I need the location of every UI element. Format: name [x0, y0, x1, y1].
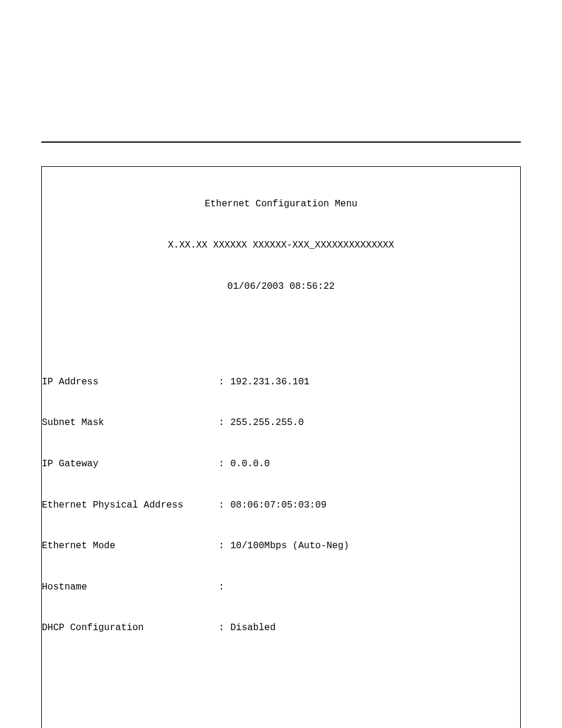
- field-value: Disabled: [230, 621, 520, 635]
- field-row: Ethernet Physical Address: 08:06:07:05:0…: [42, 499, 520, 512]
- terminal-output: Ethernet Configuration Menu X.XX.XX XXXX…: [41, 166, 521, 728]
- field-row: Subnet Mask: 255.255.255.0: [42, 416, 520, 430]
- terminal-title: Ethernet Configuration Menu: [42, 197, 520, 211]
- field-row: DHCP Configuration: Disabled: [42, 621, 520, 635]
- field-label: Hostname: [42, 581, 219, 594]
- field-sep: :: [219, 581, 230, 594]
- field-label: IP Gateway: [42, 457, 219, 471]
- field-sep: :: [219, 416, 230, 430]
- field-label: Subnet Mask: [42, 416, 219, 430]
- field-value: 08:06:07:05:03:09: [230, 499, 520, 512]
- field-sep: :: [219, 539, 230, 553]
- terminal-blank: [42, 321, 520, 334]
- field-label: DHCP Configuration: [42, 621, 219, 635]
- field-value: [230, 581, 520, 594]
- field-value: 10/100Mbps (Auto-Neg): [230, 539, 520, 553]
- field-row: Hostname:: [42, 581, 520, 594]
- field-sep: :: [219, 621, 230, 635]
- field-row: Ethernet Mode: 10/100Mbps (Auto-Neg): [42, 539, 520, 553]
- terminal-version: X.XX.XX XXXXXX XXXXXX-XXX_XXXXXXXXXXXXXX: [42, 239, 520, 252]
- field-label: IP Address: [42, 375, 219, 389]
- field-sep: :: [219, 457, 230, 471]
- field-row: IP Address: 192.231.36.101: [42, 375, 520, 389]
- field-label: Ethernet Mode: [42, 539, 219, 553]
- field-value: 192.231.36.101: [230, 375, 520, 389]
- field-sep: :: [219, 499, 230, 512]
- field-label: Ethernet Physical Address: [42, 499, 219, 512]
- terminal-datetime: 01/06/2003 08:56:22: [42, 280, 520, 294]
- field-value: 0.0.0.0: [230, 457, 520, 471]
- section-rule: [41, 141, 521, 143]
- field-row: IP Gateway: 0.0.0.0: [42, 457, 520, 471]
- terminal-blank: [42, 676, 520, 690]
- field-value: 255.255.255.0: [230, 416, 520, 430]
- field-sep: :: [219, 375, 230, 389]
